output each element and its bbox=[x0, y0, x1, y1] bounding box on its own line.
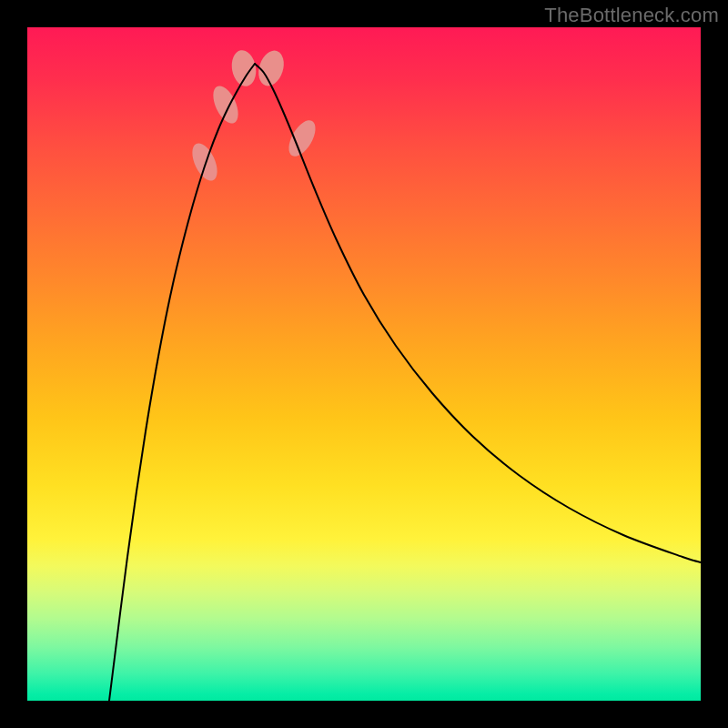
data-marker bbox=[283, 116, 320, 160]
curve-right-branch bbox=[255, 64, 701, 562]
watermark-text: TheBottleneck.com bbox=[544, 4, 719, 27]
curve-left-branch bbox=[109, 64, 255, 701]
data-marker bbox=[229, 48, 259, 88]
data-markers bbox=[187, 47, 321, 185]
chart-canvas bbox=[27, 27, 701, 701]
bottleneck-curve-plot bbox=[27, 27, 701, 701]
data-marker bbox=[187, 139, 223, 184]
